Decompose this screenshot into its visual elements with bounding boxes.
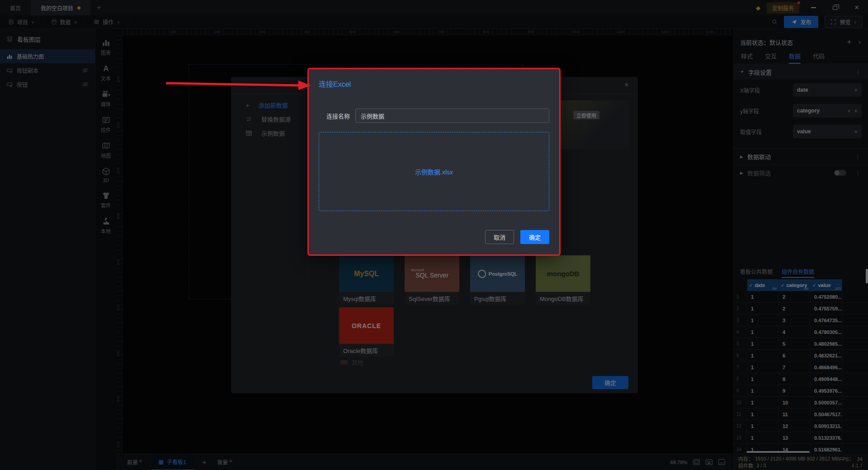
cancel-label: 取消 <box>494 234 505 241</box>
uploaded-file-name: 示例数据.xlsx <box>415 167 453 176</box>
file-dropzone[interactable]: 示例数据.xlsx <box>319 132 549 211</box>
modal-footer: 取消 确定 <box>485 230 549 244</box>
confirm-button[interactable]: 确定 <box>520 230 549 244</box>
confirm-label: 确定 <box>529 234 541 241</box>
connection-name-label: 连接名称 <box>326 112 350 120</box>
cancel-button[interactable]: 取消 <box>485 230 514 244</box>
app-window: 首页 我的空白项目 + ◆ 定制服务 × 项目 ∨ 数据 <box>0 0 868 470</box>
connection-name-row: 连接名称 <box>309 108 559 123</box>
modal-title: 连接Excel <box>319 78 351 89</box>
connect-excel-modal: 连接Excel 连接名称 示例数据.xlsx 取消 确定 <box>309 69 559 254</box>
connection-name-input[interactable] <box>355 108 549 123</box>
